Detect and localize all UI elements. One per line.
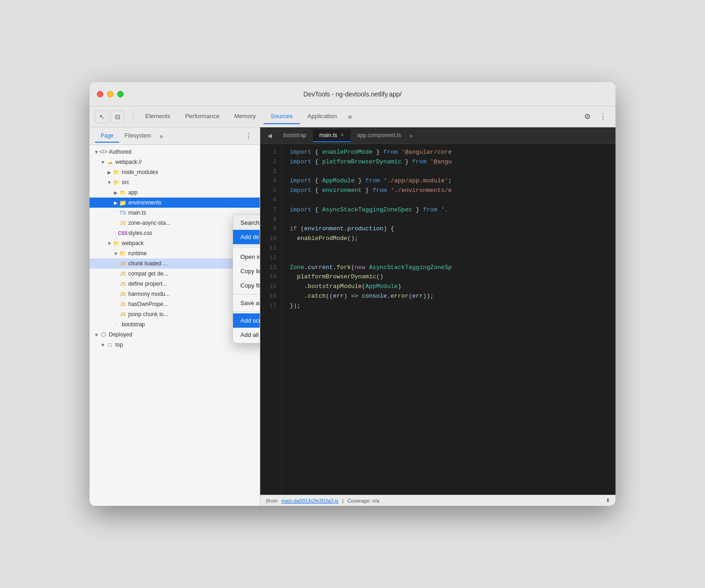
more-options-icon: ⋮ [599,112,607,121]
tab-filesystem[interactable]: Filesystem [119,130,156,143]
context-menu-separator-2 [233,294,260,294]
authored-icon: </> [100,148,107,156]
title-bar: DevTools - ng-devtools.netlify.app/ [90,82,615,106]
tree-arrow-authored: ▼ [93,150,100,155]
file-icon-hasown: JS [119,300,126,308]
tab-sources[interactable]: Sources [263,109,300,124]
editor-tab-main-ts[interactable]: main.ts ✕ [313,129,351,142]
maximize-button[interactable] [117,91,124,97]
nav-more-button[interactable]: » [344,111,356,123]
editor-tab-bootstrap[interactable]: bootstrap [277,129,313,142]
tree-arrow-webpack-dir: ▼ [106,241,113,246]
right-panel: ◀ bootstrap main.ts ✕ app.component.ts »… [260,127,615,506]
tree-item-environments[interactable]: ▶ 📁 environments [90,198,260,208]
toolbar-right: ⚙ ⋮ [580,110,610,123]
context-menu-item-search-folder[interactable]: Search in folder [233,216,260,230]
settings-button[interactable]: ⚙ [580,110,594,123]
folder-icon-src: 📁 [113,179,120,186]
status-bar: (from main.da001/b2fe3f1fa3.js ) Coverag… [260,495,615,506]
folder-icon-webpack: 📁 [113,240,120,247]
editor-nav-icon: ◀ [268,132,272,139]
file-icon-harmony: JS [119,290,126,298]
tree-arrow-deployed: ▼ [93,332,100,337]
context-menu-item-add-directory[interactable]: Add directory to ignore list [233,230,260,244]
status-suffix: ) [342,498,344,504]
editor-tab-app-component[interactable]: app.component.ts [351,129,407,142]
tree-item-app[interactable]: ▶ 📁 app [90,187,260,198]
context-menu-bottom-section: Open in new tab Copy link address Copy f… [233,249,260,343]
context-menu-item-copy-filename[interactable]: Copy file name [233,278,260,293]
context-menu-item-add-script[interactable]: Add script to ignore list [233,313,260,328]
editor-tab-close-button[interactable]: ✕ [340,132,344,138]
tree-item-node-modules[interactable]: ▶ 📁 node_modules [90,167,260,177]
left-panel: Page Filesystem » ⋮ ▼ </> Authored ▼ ☁ w… [90,127,260,506]
tab-application[interactable]: Application [300,109,344,124]
editor-tabs-more-button[interactable]: » [409,132,413,139]
code-area: 1 2 3 4 5 6 7 8 9 10 11 12 13 14 15 16 1 [260,144,615,495]
status-right: ⬆ [606,498,610,504]
tree-arrow-app: ▶ [113,190,119,195]
context-menu-separator-1 [233,247,260,247]
nav-tabs: Elements Performance Memory Sources Appl… [138,109,579,124]
editor-tab-nav-button[interactable]: ◀ [264,130,275,141]
context-menu-item-save-as[interactable]: Save as... [233,296,260,310]
deployed-icon: ⬡ [100,331,107,338]
tree-arrow-environments: ▶ [113,200,119,205]
file-icon-bootstrap: ▪ [113,321,120,328]
panel-tabs: Page Filesystem » ⋮ [90,127,260,145]
folder-icon-environments: 📁 [119,199,126,206]
folder-icon-app: 📁 [119,189,126,196]
file-icon-chunk: JS [119,260,126,267]
main-content: Page Filesystem » ⋮ ▼ </> Authored ▼ ☁ w… [90,127,615,506]
minimize-button[interactable] [107,91,114,97]
toolbar-divider [133,110,133,123]
tree-arrow-node-modules: ▶ [106,170,113,175]
file-icon-styles: CSS [119,229,126,237]
status-link[interactable]: main.da001/b2fe3f1fa3.js [281,498,339,504]
more-options-button[interactable]: ⋮ [596,110,610,123]
tree-item-src[interactable]: ▼ 📁 src [90,177,260,187]
tab-memory[interactable]: Memory [227,109,263,124]
file-icon-zone: JS [119,219,126,227]
context-menu: Search in folder Add directory to ignore… [233,214,260,343]
traffic-lights [97,91,124,97]
toolbar: ↖ ⊟ Elements Performance Memory Sources … [90,106,615,127]
status-prefix: (from [266,498,278,504]
file-icon-define: JS [119,280,126,288]
context-menu-separator-3 [233,312,260,312]
cursor-tool-button[interactable]: ↖ [95,110,109,123]
cursor-icon: ↖ [99,113,105,120]
window-title: DevTools - ng-devtools.netlify.app/ [304,90,402,98]
coverage-label: Coverage: n/a [347,498,379,504]
close-button[interactable] [97,91,103,97]
tree-item-webpack-root[interactable]: ▼ ☁ webpack:// [90,157,260,167]
panel-menu-button[interactable]: ⋮ [243,130,254,142]
panel-more-button[interactable]: » [156,131,166,142]
tree-arrow-top: ▼ [100,342,106,348]
file-icon-jsonp: JS [119,311,126,318]
context-menu-top-section: Search in folder Add directory to ignore… [233,215,260,246]
code-content[interactable]: import { enableProdMode } from '@angular… [282,144,615,495]
folder-icon-node-modules: 📁 [113,168,120,176]
tab-performance[interactable]: Performance [178,109,227,124]
line-numbers: 1 2 3 4 5 6 7 8 9 10 11 12 13 14 15 16 1 [260,144,282,495]
devtools-window: DevTools - ng-devtools.netlify.app/ ↖ ⊟ … [90,82,615,506]
tree-arrow-src: ▼ [106,180,113,185]
file-icon-main-ts: TS [119,209,126,216]
tree-arrow-webpack: ▼ [100,160,106,165]
tree-section-authored[interactable]: ▼ </> Authored [90,147,260,157]
context-menu-item-open-new-tab[interactable]: Open in new tab [233,250,260,264]
editor-tabs: ◀ bootstrap main.ts ✕ app.component.ts » [260,127,615,144]
cloud-icon: ☁ [106,158,114,166]
context-menu-item-add-all-scripts[interactable]: Add all third-party scripts to ignore li… [233,328,260,342]
context-menu-item-copy-link[interactable]: Copy link address [233,264,260,278]
frame-icon-top: □ [106,341,114,348]
tree-arrow-runtime: ▼ [113,251,119,256]
tab-page[interactable]: Page [95,130,119,143]
tab-elements[interactable]: Elements [138,109,178,124]
file-icon-compat: JS [119,270,126,277]
folder-icon-runtime: 📁 [119,250,126,257]
dock-icon: ⊟ [115,113,120,120]
expand-icon[interactable]: ⬆ [606,498,610,504]
dock-button[interactable]: ⊟ [111,110,125,123]
